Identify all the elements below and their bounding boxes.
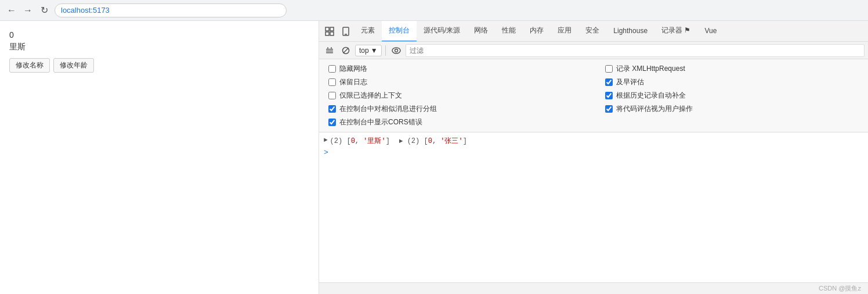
devtools-panel: 元素 控制台 源代码/来源 网络 性能 内存 应用 安全 bbox=[319, 21, 868, 294]
svg-point-13 bbox=[392, 48, 400, 53]
preserve-log-cb[interactable] bbox=[328, 78, 336, 86]
svg-rect-10 bbox=[331, 47, 332, 48]
hide-network-row[interactable]: 隐藏网络 bbox=[328, 64, 582, 74]
button-group: 修改名称 修改年龄 bbox=[9, 58, 309, 73]
selected-context-cb[interactable] bbox=[328, 92, 336, 99]
footer: CSDN @摸鱼z bbox=[319, 282, 868, 294]
svg-rect-3 bbox=[330, 32, 334, 35]
autocomplete-cb[interactable] bbox=[605, 92, 613, 99]
tab-vue[interactable]: Vue bbox=[697, 21, 724, 42]
console-array-1: (2) [0, '里斯'] bbox=[330, 136, 390, 146]
context-selector[interactable]: top ▼ bbox=[355, 45, 382, 56]
page-name: 里斯 bbox=[9, 42, 309, 52]
svg-rect-9 bbox=[327, 47, 328, 48]
console-settings: 隐藏网络 保留日志 仅限已选择的上下文 在控制台中对相似消息进行分组 bbox=[319, 59, 868, 132]
modify-name-button[interactable]: 修改名称 bbox=[9, 58, 50, 73]
eager-eval-label: 及早评估 bbox=[616, 77, 644, 87]
tab-network[interactable]: 网络 bbox=[467, 21, 495, 42]
group-similar-cb[interactable] bbox=[328, 105, 336, 113]
settings-right: 记录 XMLHttpRequest 及早评估 根据历史记录自动补全 将代码评估视… bbox=[605, 64, 859, 127]
settings-left: 隐藏网络 保留日志 仅限已选择的上下文 在控制台中对相似消息进行分组 bbox=[328, 64, 582, 127]
preserve-log-row[interactable]: 保留日志 bbox=[328, 77, 582, 87]
attribution: CSDN @摸鱼z bbox=[819, 284, 861, 293]
filter-input[interactable] bbox=[406, 44, 865, 57]
autocomplete-row[interactable]: 根据历史记录自动补全 bbox=[605, 91, 859, 101]
console-output[interactable]: ► (2) [0, '里斯'] ► (2) [0, '张三'] > bbox=[319, 132, 868, 282]
svg-rect-7 bbox=[326, 51, 333, 52]
inspect-icon-btn[interactable] bbox=[321, 23, 338, 40]
tab-sources[interactable]: 源代码/来源 bbox=[417, 21, 467, 42]
hide-network-cb[interactable] bbox=[328, 65, 336, 73]
svg-rect-1 bbox=[326, 32, 329, 35]
cors-errors-label: 在控制台中显示CORS错误 bbox=[339, 117, 422, 127]
group-similar-label: 在控制台中对相似消息进行分组 bbox=[339, 104, 437, 114]
cors-errors-cb[interactable] bbox=[328, 119, 336, 126]
hide-network-label: 隐藏网络 bbox=[339, 64, 367, 74]
svg-rect-2 bbox=[330, 27, 334, 31]
page-panel: 0 里斯 修改名称 修改年龄 bbox=[0, 21, 319, 294]
settings-grid: 隐藏网络 保留日志 仅限已选择的上下文 在控制台中对相似消息进行分组 bbox=[328, 64, 859, 127]
svg-rect-6 bbox=[326, 49, 333, 50]
treat-eval-cb[interactable] bbox=[605, 105, 613, 113]
expand-arrow-2[interactable]: ► bbox=[399, 138, 403, 145]
refresh-button[interactable]: ↻ bbox=[38, 5, 50, 16]
selected-context-label: 仅限已选择的上下文 bbox=[339, 91, 402, 101]
treat-eval-row[interactable]: 将代码评估视为用户操作 bbox=[605, 104, 859, 114]
main-area: 0 里斯 修改名称 修改年龄 bbox=[0, 21, 868, 294]
tab-memory[interactable]: 内存 bbox=[523, 21, 551, 42]
log-xhr-label: 记录 XMLHttpRequest bbox=[616, 64, 685, 74]
console-toolbar: top ▼ bbox=[319, 42, 868, 59]
eager-eval-row[interactable]: 及早评估 bbox=[605, 77, 859, 87]
svg-point-14 bbox=[395, 49, 397, 52]
log-xhr-cb[interactable] bbox=[605, 65, 613, 73]
expand-arrow-1[interactable]: ► bbox=[324, 137, 328, 144]
log-xhr-row[interactable]: 记录 XMLHttpRequest bbox=[605, 64, 859, 74]
tab-console[interactable]: 控制台 bbox=[382, 21, 417, 42]
block-icon-btn[interactable] bbox=[339, 44, 353, 58]
toolbar-divider bbox=[385, 45, 386, 56]
url-input[interactable] bbox=[55, 3, 287, 17]
back-button[interactable]: ← bbox=[6, 5, 17, 16]
tab-security[interactable]: 安全 bbox=[578, 21, 606, 42]
console-prompt[interactable]: > bbox=[324, 148, 328, 157]
page-number: 0 bbox=[9, 30, 309, 40]
browser-bar: ← → ↻ bbox=[0, 0, 868, 21]
tab-elements[interactable]: 元素 bbox=[354, 21, 382, 42]
svg-line-12 bbox=[343, 48, 349, 53]
clear-console-btn[interactable] bbox=[323, 44, 337, 58]
tab-performance[interactable]: 性能 bbox=[495, 21, 523, 42]
device-toolbar-btn[interactable] bbox=[338, 23, 354, 40]
forward-button[interactable]: → bbox=[22, 5, 34, 16]
tab-recorder[interactable]: 记录器 ⚑ bbox=[654, 21, 697, 42]
group-similar-row[interactable]: 在控制台中对相似消息进行分组 bbox=[328, 104, 582, 114]
tab-application[interactable]: 应用 bbox=[551, 21, 578, 42]
preserve-log-label: 保留日志 bbox=[339, 77, 367, 87]
console-line-1: ► (2) [0, '里斯'] ► (2) [0, '张三'] bbox=[324, 135, 863, 147]
treat-eval-label: 将代码评估视为用户操作 bbox=[616, 104, 693, 114]
eye-icon-btn[interactable] bbox=[389, 44, 403, 58]
modify-age-button[interactable]: 修改年龄 bbox=[53, 58, 94, 73]
devtools-tabs: 元素 控制台 源代码/来源 网络 性能 内存 应用 安全 bbox=[319, 21, 868, 42]
console-prompt-line[interactable]: > bbox=[324, 147, 863, 158]
eager-eval-cb[interactable] bbox=[605, 78, 613, 86]
autocomplete-label: 根据历史记录自动补全 bbox=[616, 91, 686, 101]
cors-errors-row[interactable]: 在控制台中显示CORS错误 bbox=[328, 117, 582, 127]
selected-context-row[interactable]: 仅限已选择的上下文 bbox=[328, 91, 582, 101]
svg-rect-8 bbox=[326, 52, 333, 53]
tab-lighthouse[interactable]: Lighthouse bbox=[606, 21, 654, 42]
svg-rect-0 bbox=[326, 27, 329, 31]
